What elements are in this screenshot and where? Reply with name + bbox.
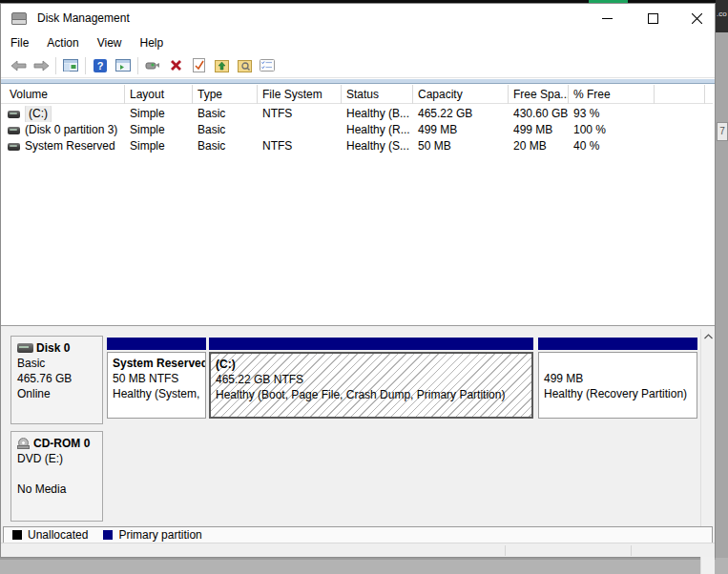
- svg-text:?: ?: [97, 60, 104, 72]
- disk0-name: Disk 0: [36, 341, 70, 355]
- column-header-file-system[interactable]: File System: [258, 85, 342, 104]
- partition-title: (C:): [216, 357, 527, 372]
- close-button[interactable]: [676, 4, 718, 32]
- toolbar-separator: [85, 57, 86, 74]
- volume-free-space: 499 MB: [509, 122, 569, 138]
- volume-capacity: 465.22 GB: [413, 106, 509, 122]
- legend-swatch-unallocated: [12, 530, 22, 540]
- status-bar-separator: [631, 545, 632, 556]
- partition-c[interactable]: (C:) 465.22 GB NTFS Healthy (Boot, Page …: [209, 338, 533, 419]
- toolbar: ?: [1, 53, 715, 78]
- volume-status: Healthy (B...: [342, 106, 413, 122]
- column-header-layout[interactable]: Layout: [125, 85, 193, 104]
- partition-color-band: [209, 338, 533, 350]
- cdrom0-name: CD-ROM 0: [33, 437, 90, 450]
- column-header-capacity[interactable]: Capacity: [413, 85, 509, 104]
- partition-system-reserved[interactable]: System Reserved 50 MB NTFS Healthy (Syst…: [107, 338, 206, 419]
- volume-file-system: NTFS: [258, 106, 342, 122]
- disk-management-window: Disk Management File Action View Help: [0, 3, 716, 558]
- volume-status: Healthy (R...: [342, 122, 413, 138]
- cd-rom-icon: [17, 438, 31, 449]
- volume-free-space: 430.60 GB: [509, 106, 569, 122]
- volume-name: (C:): [25, 106, 52, 122]
- pane-top-band: [1, 79, 715, 84]
- legend-label-unallocated: Unallocated: [28, 528, 88, 542]
- volume-capacity: 50 MB: [413, 138, 509, 154]
- title-bar[interactable]: Disk Management: [1, 4, 715, 32]
- partition-color-band: [107, 338, 206, 350]
- menu-help[interactable]: Help: [132, 33, 173, 52]
- cdrom0-drive-letter: DVD (E:): [17, 452, 96, 465]
- volume-file-system: NTFS: [258, 138, 342, 154]
- minimize-button[interactable]: [586, 4, 629, 32]
- volume-pct-free: 100 %: [569, 122, 655, 138]
- volume-free-space: 20 MB: [509, 138, 569, 154]
- partition-status: Healthy (System,: [113, 386, 200, 401]
- cdrom0-header-box[interactable]: CD-ROM 0 DVD (E:) No Media: [10, 431, 103, 522]
- column-header-empty[interactable]: [655, 85, 705, 104]
- graphical-view-pane: Disk 0 Basic 465.76 GB Online System Res…: [1, 325, 715, 543]
- menu-bar: File Action View Help: [1, 32, 715, 53]
- column-header-type[interactable]: Type: [193, 85, 258, 104]
- menu-view[interactable]: View: [89, 33, 131, 52]
- show-console-tree-icon[interactable]: [59, 55, 82, 76]
- view-options-icon[interactable]: [256, 55, 279, 76]
- volume-pct-free: 93 %: [569, 106, 655, 122]
- column-header-pct-free[interactable]: % Free: [569, 85, 655, 104]
- volume-capacity: 499 MB: [413, 122, 509, 138]
- volume-type: Basic: [193, 138, 258, 154]
- properties-icon[interactable]: [141, 55, 164, 76]
- status-bar-separator: [505, 545, 506, 556]
- scroll-up-icon[interactable]: [701, 329, 716, 343]
- show-action-pane-icon[interactable]: [112, 55, 135, 76]
- delete-volume-icon[interactable]: [164, 55, 187, 76]
- disk-drive-icon: [11, 12, 27, 25]
- help-icon[interactable]: ?: [89, 55, 112, 76]
- volume-file-system: [258, 122, 342, 138]
- partition-size: 499 MB: [544, 371, 692, 386]
- volume-row-c[interactable]: (C:) Simple Basic NTFS Healthy (B... 465…: [1, 106, 713, 122]
- partition-size: 465.22 GB NTFS: [216, 372, 527, 387]
- partition-recovery[interactable]: 499 MB Healthy (Recovery Partition): [538, 338, 697, 419]
- column-header-volume[interactable]: Volume: [1, 85, 125, 104]
- cdrom0-media-status: No Media: [17, 482, 96, 496]
- disk0-size: 465.76 GB: [17, 372, 96, 385]
- disk0-type: Basic: [17, 357, 96, 370]
- volume-icon: [8, 111, 20, 118]
- disk0-header-box[interactable]: Disk 0 Basic 465.76 GB Online: [10, 336, 103, 424]
- legend-bar: Unallocated Primary partition: [3, 526, 713, 543]
- column-header-status[interactable]: Status: [342, 85, 413, 104]
- volume-row-system-reserved[interactable]: System Reserved Simple Basic NTFS Health…: [1, 138, 713, 154]
- volume-icon: [8, 127, 20, 134]
- volume-pct-free: 40 %: [569, 138, 655, 154]
- background-right-strip: [716, 0, 728, 574]
- hard-disk-icon: [17, 343, 33, 353]
- volume-layout: Simple: [125, 138, 193, 154]
- volume-list: Volume Layout Type File System Status Ca…: [1, 85, 715, 325]
- volume-layout: Simple: [125, 106, 193, 122]
- open-folder-up-icon[interactable]: [210, 55, 233, 76]
- forward-icon[interactable]: [30, 55, 52, 76]
- volume-row-partition3[interactable]: (Disk 0 partition 3) Simple Basic Health…: [1, 122, 713, 138]
- volume-status: Healthy (S...: [342, 138, 413, 154]
- disk0-status: Online: [17, 387, 96, 400]
- partition-title: System Reserved: [113, 356, 200, 371]
- volume-layout: Simple: [125, 122, 193, 138]
- partition-status: Healthy (Boot, Page File, Crash Dump, Pr…: [216, 387, 527, 402]
- background-bottom-strip: [0, 558, 728, 574]
- menu-file[interactable]: File: [2, 33, 37, 52]
- background-right-strip-box: 7: [717, 122, 728, 141]
- legend-label-primary-partition: Primary partition: [118, 528, 201, 542]
- column-header-free-space[interactable]: Free Spa...: [509, 85, 569, 104]
- explore-folder-icon[interactable]: [233, 55, 256, 76]
- volume-type: Basic: [193, 122, 258, 138]
- volume-icon: [8, 143, 20, 151]
- mark-active-icon[interactable]: [187, 55, 210, 76]
- window-title: Disk Management: [37, 11, 130, 25]
- menu-action[interactable]: Action: [38, 33, 87, 52]
- toolbar-separator: [55, 57, 56, 74]
- maximize-button[interactable]: [632, 4, 675, 32]
- volume-list-header: Volume Layout Type File System Status Ca…: [1, 85, 713, 104]
- volume-name: (Disk 0 partition 3): [25, 122, 117, 138]
- back-icon[interactable]: [7, 55, 30, 76]
